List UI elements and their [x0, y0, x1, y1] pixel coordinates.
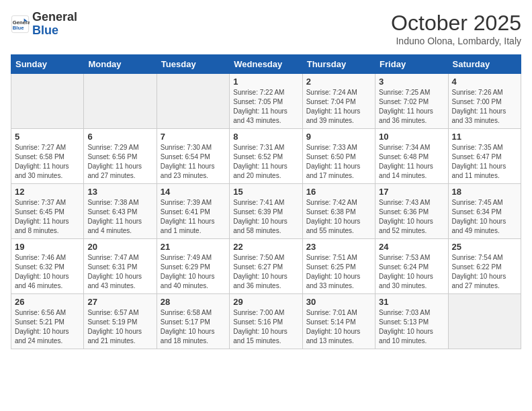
calendar-week-row: 1Sunrise: 7:22 AM Sunset: 7:05 PM Daylig…: [11, 74, 521, 129]
table-row: 6Sunrise: 7:29 AM Sunset: 6:56 PM Daylig…: [84, 129, 157, 184]
day-info: Sunrise: 7:34 AM Sunset: 6:48 PM Dayligh…: [379, 143, 444, 181]
col-tuesday: Tuesday: [157, 55, 229, 74]
day-number: 8: [233, 132, 298, 142]
day-info: Sunrise: 7:30 AM Sunset: 6:54 PM Dayligh…: [161, 143, 226, 181]
logo-icon: General Blue: [11, 15, 30, 34]
day-number: 10: [379, 132, 444, 142]
day-info: Sunrise: 7:31 AM Sunset: 6:52 PM Dayligh…: [233, 143, 298, 181]
day-info: Sunrise: 7:22 AM Sunset: 7:05 PM Dayligh…: [233, 88, 298, 126]
day-info: Sunrise: 7:53 AM Sunset: 6:24 PM Dayligh…: [379, 253, 444, 291]
logo: General Blue General Blue: [11, 11, 77, 38]
logo-text-line2: Blue: [32, 24, 77, 38]
day-number: 17: [379, 187, 444, 197]
table-row: 30Sunrise: 7:01 AM Sunset: 5:14 PM Dayli…: [302, 294, 375, 349]
table-row: 10Sunrise: 7:34 AM Sunset: 6:48 PM Dayli…: [375, 129, 448, 184]
day-info: Sunrise: 7:27 AM Sunset: 6:58 PM Dayligh…: [15, 143, 80, 181]
calendar-week-row: 5Sunrise: 7:27 AM Sunset: 6:58 PM Daylig…: [11, 129, 521, 184]
table-row: [84, 74, 157, 129]
table-row: 5Sunrise: 7:27 AM Sunset: 6:58 PM Daylig…: [11, 129, 84, 184]
day-number: 15: [233, 187, 298, 197]
table-row: 19Sunrise: 7:46 AM Sunset: 6:32 PM Dayli…: [11, 239, 84, 294]
day-info: Sunrise: 7:43 AM Sunset: 6:36 PM Dayligh…: [379, 198, 444, 236]
day-number: 1: [233, 77, 298, 87]
table-row: 25Sunrise: 7:54 AM Sunset: 6:22 PM Dayli…: [448, 239, 521, 294]
day-info: Sunrise: 7:46 AM Sunset: 6:32 PM Dayligh…: [15, 253, 80, 291]
day-number: 2: [306, 77, 371, 87]
day-info: Sunrise: 7:24 AM Sunset: 7:04 PM Dayligh…: [306, 88, 371, 126]
table-row: [157, 74, 229, 129]
table-row: 16Sunrise: 7:42 AM Sunset: 6:38 PM Dayli…: [302, 184, 375, 239]
day-number: 28: [161, 297, 226, 307]
table-row: 1Sunrise: 7:22 AM Sunset: 7:05 PM Daylig…: [230, 74, 302, 129]
table-row: [448, 294, 521, 349]
day-number: 23: [306, 242, 371, 252]
table-row: 12Sunrise: 7:37 AM Sunset: 6:45 PM Dayli…: [11, 184, 84, 239]
table-row: 3Sunrise: 7:25 AM Sunset: 7:02 PM Daylig…: [375, 74, 448, 129]
table-row: 11Sunrise: 7:35 AM Sunset: 6:47 PM Dayli…: [448, 129, 521, 184]
day-number: 22: [233, 242, 298, 252]
day-number: 30: [306, 297, 371, 307]
day-number: 11: [452, 132, 517, 142]
day-number: 24: [379, 242, 444, 252]
calendar-week-row: 12Sunrise: 7:37 AM Sunset: 6:45 PM Dayli…: [11, 184, 521, 239]
day-info: Sunrise: 7:42 AM Sunset: 6:38 PM Dayligh…: [306, 198, 371, 236]
col-saturday: Saturday: [448, 55, 521, 74]
location-subtitle: Induno Olona, Lombardy, Italy: [391, 36, 521, 46]
table-row: 2Sunrise: 7:24 AM Sunset: 7:04 PM Daylig…: [302, 74, 375, 129]
table-row: 31Sunrise: 7:03 AM Sunset: 5:13 PM Dayli…: [375, 294, 448, 349]
table-row: 8Sunrise: 7:31 AM Sunset: 6:52 PM Daylig…: [230, 129, 302, 184]
svg-text:General: General: [13, 19, 30, 26]
day-number: 27: [87, 297, 152, 307]
day-number: 3: [379, 77, 444, 87]
day-number: 20: [87, 242, 152, 252]
day-info: Sunrise: 7:49 AM Sunset: 6:29 PM Dayligh…: [161, 253, 226, 291]
table-row: 28Sunrise: 6:58 AM Sunset: 5:17 PM Dayli…: [157, 294, 229, 349]
day-info: Sunrise: 6:56 AM Sunset: 5:21 PM Dayligh…: [15, 308, 80, 346]
day-number: 18: [452, 187, 517, 197]
day-number: 9: [306, 132, 371, 142]
calendar-week-row: 19Sunrise: 7:46 AM Sunset: 6:32 PM Dayli…: [11, 239, 521, 294]
day-info: Sunrise: 7:47 AM Sunset: 6:31 PM Dayligh…: [87, 253, 152, 291]
col-wednesday: Wednesday: [230, 55, 302, 74]
day-info: Sunrise: 7:25 AM Sunset: 7:02 PM Dayligh…: [379, 88, 444, 126]
title-block: October 2025 Induno Olona, Lombardy, Ita…: [391, 11, 521, 46]
day-number: 5: [15, 132, 80, 142]
day-info: Sunrise: 7:45 AM Sunset: 6:34 PM Dayligh…: [452, 198, 517, 236]
day-number: 31: [379, 297, 444, 307]
page-header: General Blue General Blue October 2025 I…: [11, 11, 521, 46]
table-row: 7Sunrise: 7:30 AM Sunset: 6:54 PM Daylig…: [157, 129, 229, 184]
day-number: 21: [161, 242, 226, 252]
day-info: Sunrise: 7:39 AM Sunset: 6:41 PM Dayligh…: [161, 198, 226, 236]
day-number: 19: [15, 242, 80, 252]
day-info: Sunrise: 7:50 AM Sunset: 6:27 PM Dayligh…: [233, 253, 298, 291]
day-info: Sunrise: 7:29 AM Sunset: 6:56 PM Dayligh…: [87, 143, 152, 181]
table-row: 21Sunrise: 7:49 AM Sunset: 6:29 PM Dayli…: [157, 239, 229, 294]
table-row: 23Sunrise: 7:51 AM Sunset: 6:25 PM Dayli…: [302, 239, 375, 294]
table-row: 14Sunrise: 7:39 AM Sunset: 6:41 PM Dayli…: [157, 184, 229, 239]
col-thursday: Thursday: [302, 55, 375, 74]
calendar-week-row: 26Sunrise: 6:56 AM Sunset: 5:21 PM Dayli…: [11, 294, 521, 349]
day-info: Sunrise: 7:33 AM Sunset: 6:50 PM Dayligh…: [306, 143, 371, 181]
table-row: 22Sunrise: 7:50 AM Sunset: 6:27 PM Dayli…: [230, 239, 302, 294]
day-info: Sunrise: 7:51 AM Sunset: 6:25 PM Dayligh…: [306, 253, 371, 291]
table-row: 13Sunrise: 7:38 AM Sunset: 6:43 PM Dayli…: [84, 184, 157, 239]
table-row: 24Sunrise: 7:53 AM Sunset: 6:24 PM Dayli…: [375, 239, 448, 294]
day-info: Sunrise: 7:54 AM Sunset: 6:22 PM Dayligh…: [452, 253, 517, 291]
table-row: 18Sunrise: 7:45 AM Sunset: 6:34 PM Dayli…: [448, 184, 521, 239]
col-sunday: Sunday: [11, 55, 84, 74]
day-number: 7: [161, 132, 226, 142]
table-row: 15Sunrise: 7:41 AM Sunset: 6:39 PM Dayli…: [230, 184, 302, 239]
day-info: Sunrise: 6:58 AM Sunset: 5:17 PM Dayligh…: [161, 308, 226, 346]
day-number: 26: [15, 297, 80, 307]
day-number: 13: [87, 187, 152, 197]
svg-text:Blue: Blue: [13, 25, 24, 31]
day-info: Sunrise: 7:37 AM Sunset: 6:45 PM Dayligh…: [15, 198, 80, 236]
day-number: 4: [452, 77, 517, 87]
table-row: 29Sunrise: 7:00 AM Sunset: 5:16 PM Dayli…: [230, 294, 302, 349]
day-info: Sunrise: 7:00 AM Sunset: 5:16 PM Dayligh…: [233, 308, 298, 346]
day-info: Sunrise: 7:01 AM Sunset: 5:14 PM Dayligh…: [306, 308, 371, 346]
col-friday: Friday: [375, 55, 448, 74]
day-info: Sunrise: 7:03 AM Sunset: 5:13 PM Dayligh…: [379, 308, 444, 346]
day-number: 16: [306, 187, 371, 197]
day-number: 14: [161, 187, 226, 197]
